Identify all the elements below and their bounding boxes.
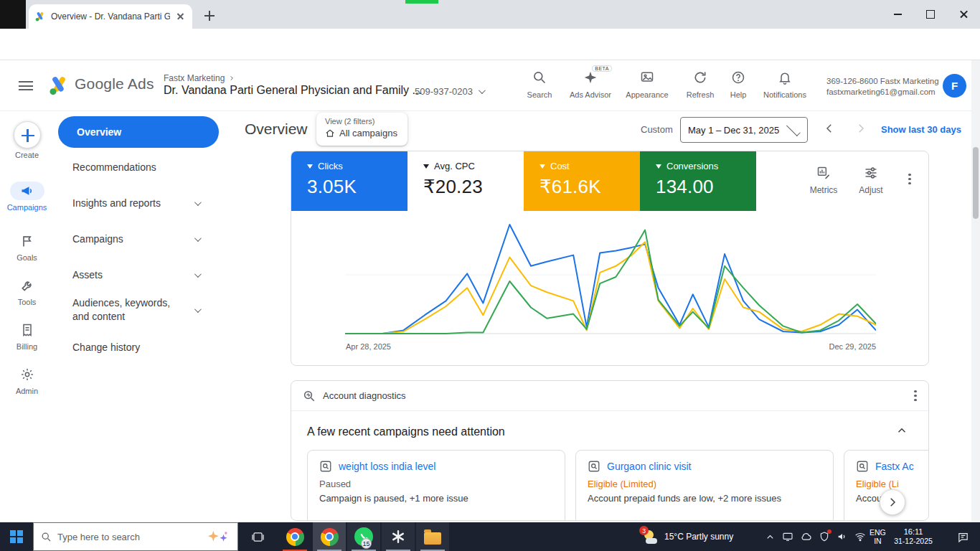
tray-expand-button[interactable]: [765, 532, 776, 542]
sidebar-item-audiences-keywords-content[interactable]: Audiences, keywords, and content: [54, 296, 237, 324]
taskbar-search[interactable]: [33, 522, 238, 551]
diagnostics-menu-icon[interactable]: [914, 388, 917, 403]
date-prev-button[interactable]: [821, 120, 838, 137]
start-button[interactable]: [0, 522, 33, 551]
chevron-down-icon: [194, 199, 202, 206]
sidebar-item-label: Audiences, keywords, and content: [72, 296, 187, 324]
adjust-button[interactable]: Adjust: [849, 166, 892, 195]
taskbar-weather[interactable]: 3 15°C Partly sunny: [643, 522, 733, 551]
copilot-sparkle-icon[interactable]: [206, 529, 230, 544]
date-range-value: May 1 – Dec 31, 2025: [688, 125, 779, 136]
action-center-icon: [957, 531, 969, 543]
breadcrumb-account[interactable]: Fastx Marketing: [164, 73, 225, 83]
campaign-name-link[interactable]: Gurgaon clinic visit: [607, 461, 692, 472]
main-menu-hamburger-icon[interactable]: [19, 81, 33, 90]
task-view-button[interactable]: [241, 522, 274, 551]
sidebar-item-insights-and-reports[interactable]: Insights and reports: [54, 197, 237, 209]
sidebar-item-campaigns[interactable]: Campaigns: [54, 233, 237, 245]
tab-close-icon[interactable]: [175, 11, 187, 22]
header-action-ads-advisor[interactable]: BETA Ads Advisor: [563, 70, 618, 99]
taskbar-search-input[interactable]: [57, 532, 200, 542]
account-phone: 509-937-0203: [415, 86, 473, 97]
sidebar-item-change-history[interactable]: Change history: [54, 342, 237, 353]
taskbar-app-chrome[interactable]: [278, 522, 311, 551]
sidebar-item-recommendations[interactable]: Recommendations: [54, 161, 237, 173]
billing-icon: [20, 323, 34, 337]
rail-item-tools[interactable]: Tools: [0, 276, 54, 306]
create-button[interactable]: Create: [0, 121, 54, 159]
main-content: Overview View (2 filters) All campaigns …: [237, 111, 980, 522]
metric-tile-conversions[interactable]: Conversions 134.00: [640, 151, 756, 211]
onedrive-cloud-icon[interactable]: [800, 531, 812, 543]
metric-tile-clicks[interactable]: Clicks 3.05K: [291, 151, 407, 211]
show-last-30-days-link[interactable]: Show last 30 days: [881, 124, 961, 135]
metric-tile-avg-cpc[interactable]: Avg. CPC ₹20.23: [407, 151, 524, 211]
sidebar-item-assets[interactable]: Assets: [54, 269, 237, 281]
rail-item-campaigns[interactable]: Campaigns: [0, 182, 54, 212]
account-info[interactable]: 369-126-8600 Fastx Marketing fastxmarket…: [826, 76, 939, 98]
taskbar-app-chatgpt[interactable]: [382, 522, 415, 551]
network-icon[interactable]: [854, 531, 866, 542]
folder-icon: [424, 532, 441, 545]
chevron-down-icon: [786, 122, 801, 136]
filter-caption: View (2 filters): [325, 117, 399, 126]
window-close-button[interactable]: [947, 0, 980, 29]
filter-chip[interactable]: View (2 filters) All campaigns: [316, 113, 407, 146]
new-tab-button[interactable]: [202, 9, 217, 23]
language-region: IN: [874, 537, 882, 545]
volume-icon[interactable]: [837, 531, 848, 542]
security-shield-icon[interactable]: [819, 531, 830, 542]
breadcrumb[interactable]: Fastx Marketing: [164, 73, 235, 83]
performance-line-chart: [345, 217, 876, 339]
google-ads-logo-icon[interactable]: [47, 74, 70, 97]
tools-icon: [20, 278, 34, 293]
tab-title: Overview - Dr. Vandana Parti Ge: [51, 11, 170, 22]
campaign-name-link[interactable]: weight loss india level: [339, 461, 435, 472]
weather-icon: 3: [643, 529, 659, 545]
bell-icon: [778, 70, 792, 85]
rail-item-billing[interactable]: Billing: [0, 321, 54, 351]
rail-item-admin[interactable]: Admin: [0, 365, 54, 395]
page-scrollbar: [971, 60, 980, 522]
collapse-chevron-up-icon[interactable]: [895, 424, 908, 440]
metric-tile-cost[interactable]: Cost ₹61.6K: [524, 151, 640, 211]
diagnostics-section-title: A few recent campaigns need attention: [307, 425, 505, 438]
campaign-name-link[interactable]: Fastx Ac: [875, 461, 914, 472]
window-maximize-button[interactable]: [914, 0, 947, 29]
taskbar-app-whatsapp[interactable]: 15: [347, 522, 380, 551]
taskbar-app-files[interactable]: [416, 522, 449, 551]
carousel-next-button[interactable]: [880, 489, 905, 515]
metric-value: ₹20.23: [423, 176, 524, 198]
user-avatar[interactable]: F: [943, 74, 966, 98]
action-center-button[interactable]: [948, 522, 977, 551]
metric-value: 3.05K: [307, 176, 407, 198]
campaign-card[interactable]: Gurgaon clinic visit Eligible (Limited) …: [575, 450, 834, 521]
browser-tab[interactable]: Overview - Dr. Vandana Parti Ge: [29, 4, 192, 29]
chart-card-menu-icon[interactable]: [908, 171, 911, 187]
taskbar-app-chrome-active[interactable]: [313, 522, 346, 551]
account-phone-dropdown[interactable]: 509-937-0203: [415, 86, 484, 97]
diagnostics-header: Account diagnostics: [291, 381, 928, 411]
metrics-button[interactable]: Metrics: [802, 166, 845, 195]
metric-value: 134.00: [656, 176, 756, 198]
header-action-notifications[interactable]: Notifications: [756, 70, 814, 99]
campaign-card[interactable]: weight loss india level Paused Campaign …: [307, 450, 565, 521]
rail-item-goals[interactable]: Goals: [0, 232, 54, 262]
date-next-button[interactable]: [852, 120, 870, 137]
window-minimize-button[interactable]: [881, 0, 914, 29]
header-action-help[interactable]: Help: [717, 70, 759, 99]
breadcrumb-campaign[interactable]: Dr. Vandana Parti General Physician and …: [164, 84, 407, 97]
sparkle-icon: [583, 70, 598, 85]
language-indicator[interactable]: ENG IN: [870, 522, 886, 551]
date-range-select[interactable]: May 1 – Dec 31, 2025: [680, 117, 808, 143]
weather-text: 15°C Partly sunny: [664, 532, 733, 542]
sidebar-item-overview[interactable]: Overview: [58, 116, 219, 148]
scrollbar-thumb[interactable]: [973, 147, 979, 219]
header-action-search[interactable]: Search: [512, 70, 567, 99]
taskbar-clock[interactable]: 16:11 31-12-2025: [890, 522, 937, 551]
display-icon[interactable]: [782, 531, 793, 542]
adjust-button-label: Adjust: [849, 185, 892, 195]
filter-value: All campaigns: [339, 128, 397, 138]
google-ads-logo-text[interactable]: Google Ads: [75, 75, 154, 93]
header-action-appearance[interactable]: Appearance: [620, 70, 674, 99]
